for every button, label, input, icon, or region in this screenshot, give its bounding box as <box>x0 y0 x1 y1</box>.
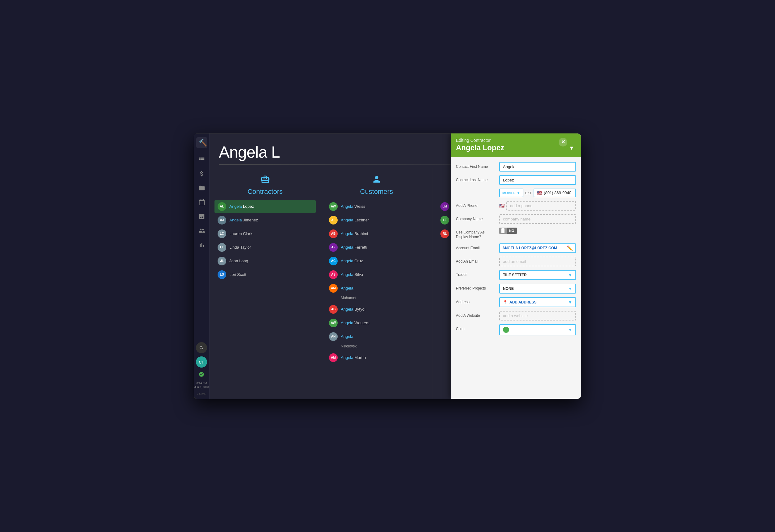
contact-name: Angela Lopez <box>229 204 312 209</box>
last-name-row: Contact Last Name <box>456 175 576 185</box>
contractors-column: Contractors AL Angela Lopez AJ Angela Ji… <box>209 168 321 399</box>
add-phone-control: 🇺🇸 <box>499 201 576 210</box>
color-arrow-icon: ▼ <box>568 327 572 332</box>
contact-item[interactable]: LC Lauren Clark <box>214 227 316 240</box>
contact-item[interactable]: AW Angela Wouters <box>326 317 427 330</box>
edit-panel-header: Editing Contractor Angela Lopez ✕ ▼ <box>451 133 581 157</box>
people-nav-icon[interactable] <box>197 226 206 235</box>
use-company-label: Use Company As Display Name? <box>456 227 496 240</box>
contact-item[interactable]: LS Lori Scott <box>214 268 316 281</box>
phone-input-wrap: 🇺🇸 (801) 869-9940 <box>534 188 576 197</box>
contact-item[interactable]: JL Joan Long <box>214 254 316 268</box>
website-input[interactable] <box>499 311 576 321</box>
email-edit-icon[interactable]: ✏️ <box>567 245 573 251</box>
color-dropdown[interactable]: ▼ <box>499 324 576 335</box>
account-email-row: Account Email ANGELA.LOPEZ@LOPEZ.COM ✏️ <box>456 243 576 253</box>
address-arrow-icon: ▼ <box>568 300 572 305</box>
first-name-input[interactable] <box>499 162 576 171</box>
trades-arrow-icon: ▼ <box>568 273 572 278</box>
contact-name: Lauren Clark <box>229 231 312 236</box>
phone-row: MOBILE ▼ EXT 🇺🇸 (801) 869-9940 <box>456 188 576 197</box>
contact-avatar: AW <box>329 202 338 211</box>
trades-row: Trades TILE SETTER ▼ <box>456 270 576 280</box>
customers-column: Customers AW Angela Weiss AL Angela Lech… <box>321 168 433 399</box>
preferred-projects-dropdown[interactable]: NONE ▼ <box>499 284 576 294</box>
first-name-label: Contact First Name <box>456 162 496 169</box>
contact-avatar: AB <box>329 305 338 314</box>
add-email-row: Add An Email <box>456 257 576 266</box>
chart-nav-icon[interactable] <box>197 240 206 249</box>
add-email-input[interactable] <box>499 257 576 266</box>
preferred-projects-row: Preferred Projects NONE ▼ <box>456 284 576 294</box>
contact-item[interactable]: LT Linda Taylor <box>214 241 316 254</box>
use-company-toggle[interactable]: NO <box>499 227 517 234</box>
sidebar-bottom: CH 3:14 PM Jun 9, 2020 v 1.7057 <box>194 342 209 395</box>
color-swatch <box>503 327 509 333</box>
contractors-icon <box>260 174 270 186</box>
contact-item[interactable]: AL Angela Lechner <box>326 214 427 227</box>
app-window: 🔨 CH <box>194 133 581 399</box>
contact-item[interactable]: AF Angela Ferretti <box>326 241 427 254</box>
contact-item[interactable]: AN Angela Nikolovski <box>326 330 427 351</box>
first-name-row: Contact First Name <box>456 162 576 171</box>
add-address-button[interactable]: 📍 ADD ADDRESS ▼ <box>499 297 576 307</box>
contact-avatar: LF <box>441 216 449 224</box>
phone-type-select[interactable]: MOBILE ▼ <box>499 188 523 197</box>
contact-name: Angela Bytyqi <box>341 307 424 312</box>
folder-nav-icon[interactable] <box>197 184 206 192</box>
customers-list: AW Angela Weiss AL Angela Lechner AB Ang… <box>326 200 427 364</box>
address-value: ADD ADDRESS <box>510 300 537 305</box>
contact-avatar: LC <box>217 229 226 238</box>
customers-title: Customers <box>360 188 393 196</box>
contact-name: Angela Silva <box>341 272 424 277</box>
dollar-nav-icon[interactable] <box>197 169 206 178</box>
company-name-label: Company Name <box>456 214 496 222</box>
contact-item[interactable]: AC Angela Cruz <box>326 254 427 268</box>
contact-avatar: AL <box>329 216 338 224</box>
search-button[interactable] <box>196 342 207 353</box>
contact-name: Angela Martín <box>341 355 424 360</box>
list-nav-icon[interactable] <box>197 155 206 164</box>
contact-item[interactable]: AW Angela Weiss <box>326 200 427 213</box>
trades-value: TILE SETTER <box>503 273 527 277</box>
contact-name: Linda Taylor <box>229 245 312 249</box>
last-name-input[interactable] <box>499 175 576 185</box>
customers-icon <box>372 174 381 186</box>
add-phone-row: Add A Phone 🇺🇸 <box>456 201 576 210</box>
contact-avatar: LM <box>441 202 449 211</box>
contact-item[interactable]: AM Angela Muhamet <box>326 282 427 302</box>
contact-item[interactable]: AJ Angela Jimenez <box>214 214 316 227</box>
contact-item[interactable]: AL Angela Lopez <box>214 200 316 213</box>
image-nav-icon[interactable] <box>197 212 206 221</box>
contact-avatar: AM <box>329 284 338 293</box>
status-check-icon <box>198 371 205 378</box>
contact-item[interactable]: AM Angela Martín <box>326 351 427 364</box>
account-email-label: Account Email <box>456 243 496 251</box>
toggle-track <box>499 227 507 234</box>
color-label: Color <box>456 324 496 332</box>
contact-name: Joan Long <box>229 258 312 263</box>
panel-dropdown-button[interactable]: ▼ <box>567 144 576 153</box>
company-name-input[interactable] <box>499 214 576 224</box>
contact-avatar: AN <box>329 332 338 341</box>
last-name-label: Contact Last Name <box>456 175 496 183</box>
trades-label: Trades <box>456 270 496 278</box>
company-name-control <box>499 214 576 224</box>
contact-item[interactable]: AB Angela Brahimi <box>326 227 427 240</box>
close-panel-button[interactable]: ✕ <box>559 138 567 146</box>
contact-item[interactable]: AS Angela Silva <box>326 268 427 281</box>
add-phone-label: Add A Phone <box>456 201 496 208</box>
contractors-list: AL Angela Lopez AJ Angela Jimenez LC Lau… <box>214 200 316 281</box>
color-control: ▼ <box>499 324 576 335</box>
app-logo[interactable]: 🔨 <box>196 137 207 148</box>
phone-label <box>456 188 496 191</box>
trades-dropdown[interactable]: TILE SETTER ▼ <box>499 270 576 280</box>
phone-control: MOBILE ▼ EXT 🇺🇸 (801) 869-9940 <box>499 188 576 197</box>
calendar-nav-icon[interactable] <box>197 198 206 206</box>
color-row: Color ▼ <box>456 324 576 335</box>
contact-item[interactable]: AB Angela Bytyqi <box>326 303 427 316</box>
user-avatar[interactable]: CH <box>196 357 207 368</box>
contact-avatar: AS <box>329 270 338 279</box>
add-phone-input[interactable] <box>506 201 576 210</box>
account-email-wrap: ANGELA.LOPEZ@LOPEZ.COM ✏️ <box>499 243 576 253</box>
